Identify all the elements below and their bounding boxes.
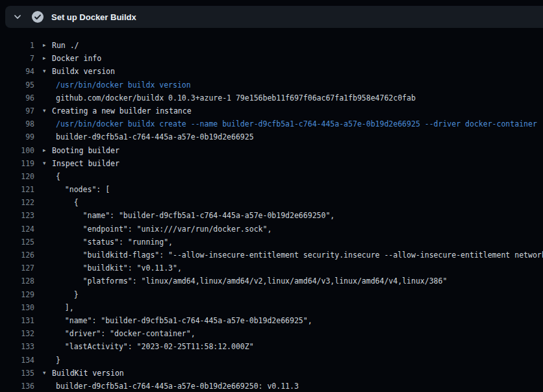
- line-number[interactable]: 135: [0, 367, 34, 380]
- step-title: Set up Docker Buildx: [51, 12, 136, 22]
- log-line: 127 "buildkit": "v0.11.3",: [0, 262, 543, 275]
- log-line: 131 "name": "builder-d9cfb5a1-c764-445a-…: [0, 314, 543, 327]
- log-line[interactable]: 119 ▼ Inspect builder: [0, 157, 543, 170]
- line-number[interactable]: 127: [0, 262, 34, 275]
- triangle-down-icon[interactable]: ▼: [43, 65, 52, 78]
- group-title: Buildx version: [52, 65, 115, 78]
- triangle-right-icon[interactable]: ▶: [43, 39, 52, 52]
- line-number[interactable]: 132: [0, 327, 34, 340]
- log-line: 125 "status": "running",: [0, 236, 543, 249]
- log-line: 129 }: [0, 288, 543, 301]
- triangle-down-icon[interactable]: ▼: [43, 157, 52, 170]
- group-title: Docker info: [52, 52, 101, 65]
- output-text: {: [56, 196, 79, 209]
- log-line: 134 }: [0, 354, 543, 367]
- line-number[interactable]: 100: [0, 144, 34, 157]
- group-title: Inspect builder: [52, 157, 120, 170]
- log-line: 124 "endpoint": "unix:///var/run/docker.…: [0, 223, 543, 236]
- output-text: ],: [56, 301, 74, 314]
- log-line: 120 {: [0, 170, 543, 183]
- chevron-down-icon[interactable]: [13, 12, 22, 21]
- line-number[interactable]: 121: [0, 183, 34, 196]
- log-line[interactable]: 94 ▼ Buildx version: [0, 65, 543, 78]
- line-number[interactable]: 126: [0, 249, 34, 262]
- command-text: /usr/bin/docker buildx create --name bui…: [56, 117, 537, 130]
- log-line: 126 "buildkitd-flags": "--allow-insecure…: [0, 249, 543, 262]
- output-text: github.com/docker/buildx 0.10.3+azure-1 …: [56, 92, 416, 104]
- output-text: "endpoint": "unix:///var/run/docker.sock…: [56, 223, 272, 236]
- group-title: Creating a new builder instance: [52, 104, 192, 117]
- line-number[interactable]: 119: [0, 157, 34, 170]
- output-text: "lastActivity": "2023-02-25T11:58:12.000…: [56, 340, 254, 353]
- log-line: 132 "driver": "docker-container",: [0, 327, 543, 340]
- line-number[interactable]: 99: [0, 130, 34, 143]
- line-number[interactable]: 125: [0, 236, 34, 249]
- output-text: "buildkitd-flags": "--allow-insecure-ent…: [56, 249, 543, 262]
- log-line: 130 ],: [0, 301, 543, 314]
- triangle-right-icon[interactable]: ▶: [43, 52, 52, 65]
- line-number[interactable]: 123: [0, 209, 34, 222]
- line-number[interactable]: 128: [0, 275, 34, 288]
- step-header[interactable]: Set up Docker Buildx: [5, 6, 543, 28]
- log-line[interactable]: 135 ▼ BuildKit version: [0, 367, 543, 380]
- output-text: "status": "running",: [56, 236, 173, 249]
- log-line: 98 /usr/bin/docker buildx create --name …: [0, 117, 543, 130]
- line-number[interactable]: 95: [0, 79, 34, 92]
- line-number[interactable]: 133: [0, 340, 34, 353]
- output-text: {: [56, 170, 60, 183]
- output-text: }: [56, 288, 79, 301]
- output-text: "nodes": [: [56, 183, 110, 196]
- line-number[interactable]: 124: [0, 223, 34, 236]
- output-text: "buildkit": "v0.11.3",: [56, 262, 182, 275]
- log-line: 122 {: [0, 196, 543, 209]
- log-line[interactable]: 100 ▶ Booting builder: [0, 144, 543, 157]
- line-number[interactable]: 120: [0, 170, 34, 183]
- group-title: Booting builder: [52, 144, 120, 157]
- command-text: /usr/bin/docker buildx version: [56, 79, 191, 92]
- check-circle-icon: [32, 11, 44, 23]
- log-line: 133 "lastActivity": "2023-02-25T11:58:12…: [0, 340, 543, 353]
- output-text: }: [56, 354, 60, 367]
- log-line: 123 "name": "builder-d9cfb5a1-c764-445a-…: [0, 209, 543, 222]
- log-line: 96 github.com/docker/buildx 0.10.3+azure…: [0, 92, 543, 104]
- line-number[interactable]: 1: [0, 39, 34, 52]
- line-number[interactable]: 130: [0, 301, 34, 314]
- line-number[interactable]: 7: [0, 52, 34, 65]
- triangle-right-icon[interactable]: ▶: [43, 144, 52, 157]
- line-number[interactable]: 96: [0, 92, 34, 104]
- line-number[interactable]: 131: [0, 314, 34, 327]
- output-text: "platforms": "linux/amd64,linux/amd64/v2…: [56, 275, 447, 288]
- log-line: 95 /usr/bin/docker buildx version: [0, 79, 543, 92]
- triangle-down-icon[interactable]: ▼: [43, 367, 52, 380]
- log-area: 1 ▶ Run ./ 7 ▶ Docker info 94 ▼ Buildx v…: [0, 29, 543, 392]
- line-number[interactable]: 97: [0, 104, 34, 117]
- output-text: "name": "builder-d9cfb5a1-c764-445a-a57e…: [56, 209, 335, 222]
- line-number[interactable]: 134: [0, 354, 34, 367]
- log-line[interactable]: 1 ▶ Run ./: [0, 39, 543, 52]
- log-line: 121 "nodes": [: [0, 183, 543, 196]
- line-number[interactable]: 94: [0, 65, 34, 78]
- log-line[interactable]: 97 ▼ Creating a new builder instance: [0, 104, 543, 117]
- output-text: "driver": "docker-container",: [56, 327, 196, 340]
- group-title: Run ./: [52, 39, 79, 52]
- line-number[interactable]: 136: [0, 380, 34, 392]
- line-number[interactable]: 129: [0, 288, 34, 301]
- output-text: builder-d9cfb5a1-c764-445a-a57e-0b19d2e6…: [56, 380, 299, 392]
- triangle-down-icon[interactable]: ▼: [43, 104, 52, 117]
- output-text: "name": "builder-d9cfb5a1-c764-445a-a57e…: [56, 314, 312, 327]
- log-line: 99 builder-d9cfb5a1-c764-445a-a57e-0b19d…: [0, 130, 543, 143]
- log-line: 128 "platforms": "linux/amd64,linux/amd6…: [0, 275, 543, 288]
- log-line[interactable]: 7 ▶ Docker info: [0, 52, 543, 65]
- line-number[interactable]: 98: [0, 117, 34, 130]
- group-title: BuildKit version: [52, 367, 124, 380]
- output-text: builder-d9cfb5a1-c764-445a-a57e-0b19d2e6…: [56, 130, 254, 143]
- line-number[interactable]: 122: [0, 196, 34, 209]
- log-line: 136 builder-d9cfb5a1-c764-445a-a57e-0b19…: [0, 380, 543, 392]
